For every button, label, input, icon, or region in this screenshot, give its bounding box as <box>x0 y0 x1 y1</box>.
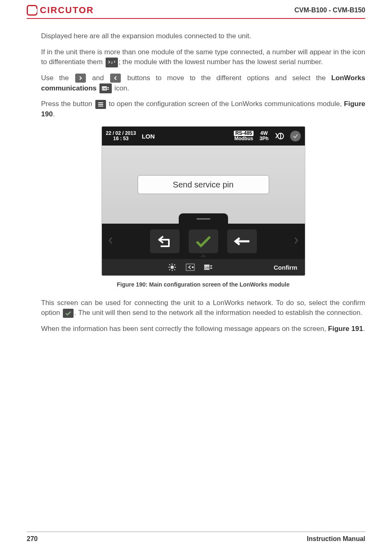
action-confirm-button[interactable] <box>189 229 218 253</box>
menu-button-icon <box>95 100 106 109</box>
footer-label: Instruction Manual <box>307 535 365 543</box>
footer-confirm-label: Confirm <box>274 263 297 272</box>
action-next-icon[interactable] <box>293 235 299 248</box>
lonworks-module-icon: LW <box>99 83 112 93</box>
module-numbered-icon: 2 <box>106 58 118 67</box>
svg-line-18 <box>174 269 175 270</box>
status-ok-icon <box>290 131 301 141</box>
svg-line-19 <box>174 264 175 265</box>
svg-rect-4 <box>107 87 109 88</box>
para-2: If in the unit there is more than one mo… <box>41 47 365 67</box>
svg-line-20 <box>169 269 170 270</box>
svg-text:LW: LW <box>102 87 106 90</box>
para-3: Use the and buttons to move to the diffe… <box>41 73 365 93</box>
figure-190: 22 / 02 / 2013 16 : 53 LON RS-485 Modbus… <box>41 127 365 289</box>
svg-rect-26 <box>210 268 212 269</box>
brand-mark-icon <box>27 5 37 16</box>
para-6: When the information has been sent corre… <box>41 324 365 334</box>
device-status-bar: 22 / 02 / 2013 16 : 53 LON RS-485 Modbus… <box>102 127 305 146</box>
page-footer: 270 Instruction Manual <box>0 532 392 543</box>
figure-caption: Figure 190: Main configuration screen of… <box>41 280 365 289</box>
status-datetime: 22 / 02 / 2013 16 : 53 <box>106 131 136 141</box>
para-1: Displayed here are all the expansion mod… <box>41 31 365 42</box>
svg-text:2: 2 <box>111 61 113 65</box>
drawer-handle[interactable] <box>179 213 228 224</box>
svg-rect-22 <box>192 266 194 268</box>
svg-rect-5 <box>107 89 109 90</box>
document-id: CVM-B100 - CVM-B150 <box>295 7 365 14</box>
action-backspace-button[interactable] <box>227 229 257 253</box>
footer-gear-icon[interactable] <box>168 263 177 272</box>
nav-left-icon <box>110 74 121 83</box>
send-service-pin-button[interactable]: Send service pin <box>138 175 269 194</box>
brand-logo: CIRCUTOR <box>27 5 94 16</box>
device-footer: LW Confirm <box>102 259 305 275</box>
para-5: This screen can be used for connecting t… <box>41 298 365 318</box>
device-screenshot: 22 / 02 / 2013 16 : 53 LON RS-485 Modbus… <box>102 127 305 275</box>
footer-input-module-icon[interactable] <box>186 263 195 272</box>
svg-rect-25 <box>210 266 212 267</box>
svg-line-17 <box>169 264 170 265</box>
svg-point-12 <box>171 266 174 269</box>
device-action-row <box>102 224 305 259</box>
svg-text:LW: LW <box>204 266 209 270</box>
action-prev-icon[interactable] <box>108 235 113 248</box>
status-protocol: RS-485 Modbus <box>234 131 254 141</box>
para-4: Press the button to open the configurati… <box>41 99 365 119</box>
confirm-option-icon <box>63 309 74 318</box>
status-mode: LON <box>142 132 155 141</box>
footer-lonworks-icon[interactable]: LW <box>204 263 213 272</box>
status-capacitor-icon <box>274 132 284 141</box>
status-wiring: 4W 3Ph <box>259 131 268 141</box>
page-number: 270 <box>27 535 38 543</box>
nav-right-icon <box>75 74 86 83</box>
device-main-area: Send service pin <box>102 146 305 224</box>
action-back-button[interactable] <box>150 229 180 253</box>
brand-name: CIRCUTOR <box>40 5 94 16</box>
